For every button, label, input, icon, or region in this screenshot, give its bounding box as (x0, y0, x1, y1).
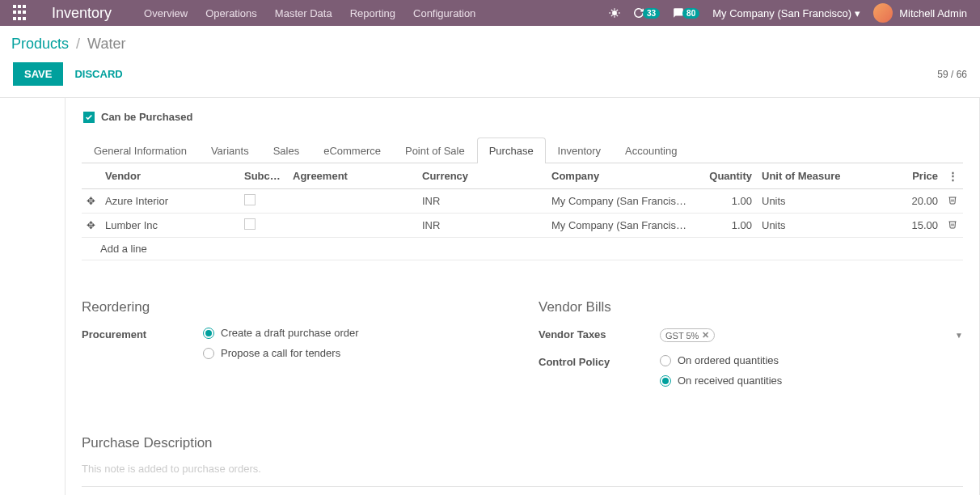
cell-price[interactable]: 20.00 (886, 189, 943, 214)
add-line[interactable]: Add a line (100, 243, 147, 255)
procurement-tender-label: Propose a call for tenders (221, 347, 340, 359)
action-row: Save Discard 59 / 66 (0, 56, 980, 98)
tax-pill: GST 5% ✕ (660, 328, 715, 342)
app-title: Inventory (52, 5, 112, 22)
cell-currency[interactable]: INR (417, 214, 547, 238)
radio-empty-icon (660, 355, 671, 366)
control-received-label: On received quantities (678, 374, 782, 387)
tab-inventory[interactable]: Inventory (546, 138, 613, 163)
cell-subc[interactable] (239, 214, 288, 238)
can-be-purchased-checkbox[interactable] (83, 112, 95, 123)
bug-icon[interactable] (609, 7, 620, 19)
control-received-option[interactable]: On received quantities (660, 374, 963, 387)
subc-checkbox[interactable] (244, 218, 256, 230)
th-quantity[interactable]: Quantity (700, 163, 757, 189)
cell-quantity[interactable]: 1.00 (700, 214, 757, 238)
discard-button[interactable]: Discard (63, 62, 133, 86)
cell-vendor[interactable]: Azure Interior (100, 189, 239, 214)
cell-company[interactable]: My Company (San Francis… (547, 214, 700, 238)
tab-accounting[interactable]: Accounting (613, 138, 689, 163)
avatar (873, 3, 893, 23)
can-be-purchased-row: Can be Purchased (83, 111, 963, 123)
th-subc[interactable]: Subc… (239, 163, 288, 189)
caret-down-icon: ▾ (855, 7, 860, 19)
vendor-taxes-field[interactable]: GST 5% ✕ ▼ (660, 327, 963, 345)
nav-right: 33 80 My Company (San Francisco) ▾ Mitch… (609, 3, 967, 23)
control-policy-radio-group: On ordered quantities On received quanti… (660, 354, 963, 387)
delete-row-icon[interactable] (943, 214, 963, 238)
tab-ecommerce[interactable]: eCommerce (311, 138, 393, 163)
cell-vendor[interactable]: Lumber Inc (100, 214, 239, 238)
menu-operations[interactable]: Operations (205, 7, 257, 19)
cell-company[interactable]: My Company (San Francis… (547, 189, 700, 214)
chat-badge: 80 (682, 8, 699, 19)
table-row[interactable]: ✥Azure InteriorINRMy Company (San Franci… (82, 189, 963, 214)
th-company[interactable]: Company (547, 163, 700, 189)
user-menu[interactable]: Mitchell Admin (873, 3, 967, 23)
breadcrumb: Products / Water (11, 36, 967, 53)
procurement-draft-label: Create a draft purchase order (221, 327, 359, 339)
save-button[interactable]: Save (13, 62, 63, 86)
vendor-bills-title: Vendor Bills (539, 299, 963, 315)
cell-currency[interactable]: INR (417, 189, 547, 214)
th-vendor[interactable]: Vendor (100, 163, 239, 189)
tab-purchase[interactable]: Purchase (477, 138, 546, 163)
th-currency[interactable]: Currency (417, 163, 547, 189)
radio-empty-icon (203, 348, 214, 359)
cell-agreement[interactable] (288, 189, 417, 214)
procurement-draft-option[interactable]: Create a draft purchase order (203, 327, 506, 339)
menu-overview[interactable]: Overview (144, 7, 188, 19)
menu-master-data[interactable]: Master Data (275, 7, 332, 19)
vendor-bills-section: Vendor Bills Vendor Taxes GST 5% ✕ ▼ (539, 299, 963, 396)
breadcrumb-row: Products / Water (0, 26, 980, 56)
company-name: My Company (San Francisco) (712, 7, 851, 19)
tab-sales[interactable]: Sales (261, 138, 312, 163)
pager[interactable]: 59 / 66 (937, 69, 967, 80)
control-ordered-option[interactable]: On ordered quantities (660, 354, 963, 366)
procurement-tender-option[interactable]: Propose a call for tenders (203, 347, 506, 359)
purchase-description-input[interactable]: This note is added to purchase orders. (82, 459, 963, 487)
menu-reporting[interactable]: Reporting (350, 7, 395, 19)
vendor-table: Vendor Subc… Agreement Currency Company … (82, 163, 963, 260)
th-agreement[interactable]: Agreement (288, 163, 417, 189)
th-uom[interactable]: Unit of Measure (757, 163, 886, 189)
reordering-section: Reordering Procurement Create a draft pu… (82, 299, 506, 396)
caret-down-icon[interactable]: ▼ (955, 331, 963, 340)
apps-icon[interactable] (13, 5, 29, 21)
cell-uom[interactable]: Units (757, 214, 886, 238)
subc-checkbox[interactable] (244, 194, 256, 205)
tab-point-of-sale[interactable]: Point of Sale (393, 138, 477, 163)
delete-row-icon[interactable] (943, 189, 963, 214)
top-nav: Inventory Overview Operations Master Dat… (0, 0, 980, 26)
radio-selected-icon (660, 375, 671, 387)
company-selector[interactable]: My Company (San Francisco) ▾ (712, 7, 860, 19)
drag-handle-icon[interactable]: ✥ (82, 189, 100, 214)
cell-agreement[interactable] (288, 214, 417, 238)
menu-configuration[interactable]: Configuration (413, 7, 475, 19)
purchase-description-section: Purchase Description This note is added … (82, 435, 963, 487)
chat-icon[interactable]: 80 (673, 7, 699, 19)
radio-selected-icon (203, 328, 214, 339)
cell-subc[interactable] (239, 189, 288, 214)
procurement-radio-group: Create a draft purchase order Propose a … (203, 327, 506, 359)
svg-point-0 (612, 11, 617, 15)
refresh-icon[interactable]: 33 (633, 7, 660, 19)
th-kebab-icon[interactable]: ⋮ (943, 163, 963, 189)
cell-uom[interactable]: Units (757, 189, 886, 214)
tax-remove-icon[interactable]: ✕ (702, 330, 709, 341)
drag-handle-icon[interactable]: ✥ (82, 214, 100, 238)
user-name: Mitchell Admin (899, 7, 967, 19)
refresh-badge: 33 (643, 8, 660, 19)
cell-quantity[interactable]: 1.00 (700, 189, 757, 214)
breadcrumb-parent[interactable]: Products (11, 36, 69, 52)
breadcrumb-current: Water (87, 36, 125, 52)
purchase-description-title: Purchase Description (82, 435, 963, 451)
main-menu: Overview Operations Master Data Reportin… (144, 7, 475, 19)
th-price[interactable]: Price (886, 163, 943, 189)
tab-general-information[interactable]: General Information (82, 138, 199, 163)
cell-price[interactable]: 15.00 (886, 214, 943, 238)
table-row[interactable]: ✥Lumber IncINRMy Company (San Francis…1.… (82, 214, 963, 238)
tab-variants[interactable]: Variants (199, 138, 261, 163)
tax-pill-label: GST 5% (665, 331, 699, 341)
control-policy-label: Control Policy (539, 354, 660, 368)
